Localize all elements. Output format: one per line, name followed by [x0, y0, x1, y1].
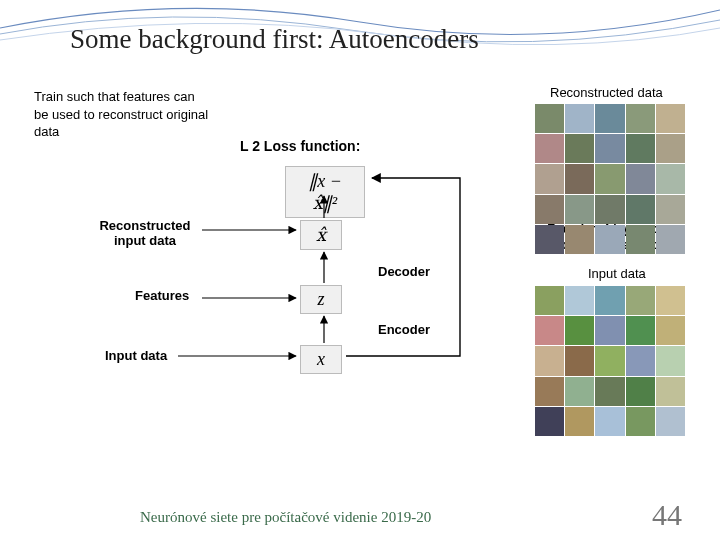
grid-cell — [535, 225, 564, 254]
grid-cell — [656, 225, 685, 254]
grid-cell — [565, 225, 594, 254]
grid-cell — [565, 164, 594, 193]
slide-title: Some background first: Autoencoders — [70, 24, 479, 55]
math-loss-box: ‖x − x̂‖² — [285, 166, 365, 218]
label-input-data-right: Input data — [588, 266, 646, 281]
grid-cell — [656, 195, 685, 224]
grid-cell — [656, 377, 685, 406]
grid-cell — [595, 195, 624, 224]
grid-cell — [535, 286, 564, 315]
reconstructed-image-grid — [535, 104, 685, 254]
grid-cell — [626, 286, 655, 315]
grid-cell — [595, 377, 624, 406]
grid-cell — [626, 195, 655, 224]
grid-cell — [565, 134, 594, 163]
grid-cell — [595, 346, 624, 375]
grid-cell — [656, 346, 685, 375]
grid-cell — [626, 407, 655, 436]
loss-label: L 2 Loss function: — [240, 138, 360, 154]
label-reconstructed-input: Reconstructed input data — [90, 218, 200, 248]
grid-cell — [565, 104, 594, 133]
grid-cell — [565, 316, 594, 345]
input-image-grid — [535, 286, 685, 436]
grid-cell — [626, 316, 655, 345]
grid-cell — [565, 377, 594, 406]
grid-cell — [595, 164, 624, 193]
label-input-data-left: Input data — [105, 348, 167, 363]
math-xhat-box: x̂ — [300, 220, 342, 250]
grid-cell — [535, 134, 564, 163]
grid-cell — [535, 407, 564, 436]
grid-cell — [656, 407, 685, 436]
math-z-box: z — [300, 285, 342, 314]
grid-cell — [626, 134, 655, 163]
label-decoder: Decoder — [378, 264, 430, 279]
grid-cell — [656, 316, 685, 345]
grid-cell — [595, 225, 624, 254]
grid-cell — [656, 104, 685, 133]
page-number: 44 — [652, 498, 682, 532]
grid-cell — [535, 164, 564, 193]
grid-cell — [535, 195, 564, 224]
course-title: Neurónové siete pre počítačové videnie 2… — [140, 509, 431, 526]
grid-cell — [535, 346, 564, 375]
grid-cell — [656, 286, 685, 315]
grid-cell — [626, 377, 655, 406]
grid-cell — [626, 346, 655, 375]
label-encoder: Encoder — [378, 322, 430, 337]
grid-cell — [656, 164, 685, 193]
grid-cell — [565, 286, 594, 315]
grid-cell — [626, 164, 655, 193]
grid-cell — [595, 316, 624, 345]
grid-cell — [565, 407, 594, 436]
label-reconstructed-top: Reconstructed data — [550, 85, 663, 100]
math-x-box: x — [300, 345, 342, 374]
grid-cell — [595, 286, 624, 315]
grid-cell — [595, 407, 624, 436]
intro-text: Train such that features can be used to … — [34, 88, 209, 141]
grid-cell — [595, 134, 624, 163]
label-features: Features — [135, 288, 189, 303]
grid-cell — [535, 104, 564, 133]
grid-cell — [565, 195, 594, 224]
grid-cell — [535, 316, 564, 345]
grid-cell — [626, 104, 655, 133]
grid-cell — [656, 134, 685, 163]
grid-cell — [535, 377, 564, 406]
grid-cell — [595, 104, 624, 133]
grid-cell — [626, 225, 655, 254]
grid-cell — [565, 346, 594, 375]
